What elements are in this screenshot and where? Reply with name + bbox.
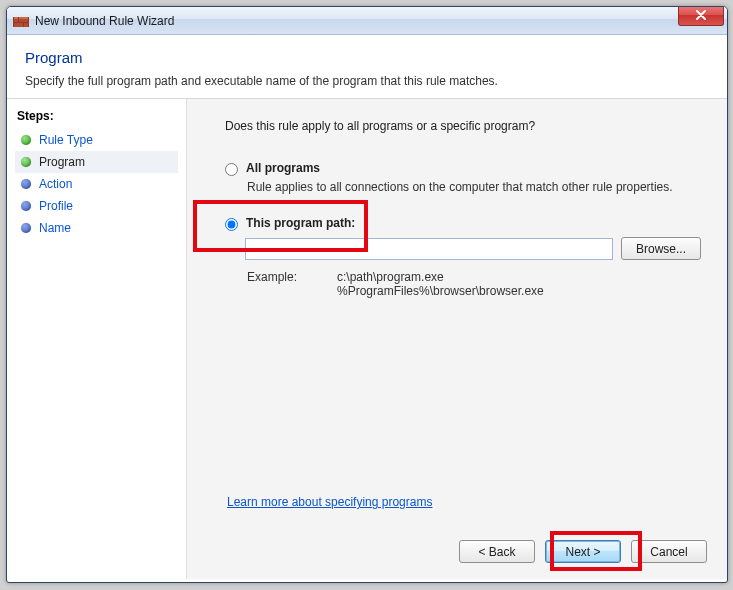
wizard-body: Steps: Rule Type Program Action Profile … bbox=[7, 99, 727, 579]
svg-rect-1 bbox=[13, 17, 29, 19]
firewall-icon bbox=[13, 13, 29, 29]
wizard-content: Does this rule apply to all programs or … bbox=[187, 99, 727, 579]
cancel-button[interactable]: Cancel bbox=[631, 540, 707, 563]
close-icon bbox=[695, 8, 707, 23]
wizard-footer: < Back Next > Cancel bbox=[459, 540, 707, 563]
svg-rect-4 bbox=[23, 22, 24, 27]
page-title: Program bbox=[25, 49, 709, 66]
program-path-input[interactable] bbox=[245, 238, 613, 260]
step-program[interactable]: Program bbox=[15, 151, 178, 173]
example-label: Example: bbox=[247, 270, 337, 298]
learn-more-link[interactable]: Learn more about specifying programs bbox=[227, 495, 432, 509]
step-label: Action bbox=[39, 177, 72, 191]
radio-program-path[interactable] bbox=[225, 218, 238, 231]
option-program-path[interactable]: This program path: bbox=[213, 216, 701, 231]
step-bullet-icon bbox=[21, 157, 31, 167]
step-action[interactable]: Action bbox=[15, 173, 178, 195]
step-name[interactable]: Name bbox=[15, 217, 178, 239]
browse-button[interactable]: Browse... bbox=[621, 237, 701, 260]
step-label: Name bbox=[39, 221, 71, 235]
wizard-header: Program Specify the full program path an… bbox=[7, 35, 727, 99]
step-bullet-icon bbox=[21, 179, 31, 189]
step-label: Profile bbox=[39, 199, 73, 213]
window-title: New Inbound Rule Wizard bbox=[35, 14, 174, 28]
titlebar[interactable]: New Inbound Rule Wizard bbox=[7, 7, 727, 35]
radio-all-programs[interactable] bbox=[225, 163, 238, 176]
close-button[interactable] bbox=[678, 6, 724, 26]
step-bullet-icon bbox=[21, 135, 31, 145]
wizard-window: New Inbound Rule Wizard Program Specify … bbox=[6, 6, 728, 583]
step-label: Rule Type bbox=[39, 133, 93, 147]
step-bullet-icon bbox=[21, 201, 31, 211]
svg-rect-5 bbox=[13, 17, 14, 27]
program-path-row: Browse... bbox=[213, 237, 701, 260]
step-profile[interactable]: Profile bbox=[15, 195, 178, 217]
svg-rect-3 bbox=[18, 17, 19, 22]
svg-rect-6 bbox=[28, 17, 29, 27]
steps-sidebar: Steps: Rule Type Program Action Profile … bbox=[7, 99, 187, 579]
radio-all-desc: Rule applies to all connections on the c… bbox=[213, 180, 701, 194]
step-label: Program bbox=[39, 155, 85, 169]
radio-all-label: All programs bbox=[246, 161, 320, 175]
next-button[interactable]: Next > bbox=[545, 540, 621, 563]
option-all-programs[interactable]: All programs bbox=[213, 161, 701, 176]
step-rule-type[interactable]: Rule Type bbox=[15, 129, 178, 151]
svg-rect-2 bbox=[13, 22, 29, 23]
example-text: c:\path\program.exe %ProgramFiles%\brows… bbox=[337, 270, 544, 298]
step-bullet-icon bbox=[21, 223, 31, 233]
back-button[interactable]: < Back bbox=[459, 540, 535, 563]
example-row: Example: c:\path\program.exe %ProgramFil… bbox=[213, 270, 701, 298]
radio-path-label: This program path: bbox=[246, 216, 355, 230]
steps-heading: Steps: bbox=[15, 109, 178, 123]
page-subtitle: Specify the full program path and execut… bbox=[25, 74, 709, 88]
question-text: Does this rule apply to all programs or … bbox=[213, 119, 701, 133]
